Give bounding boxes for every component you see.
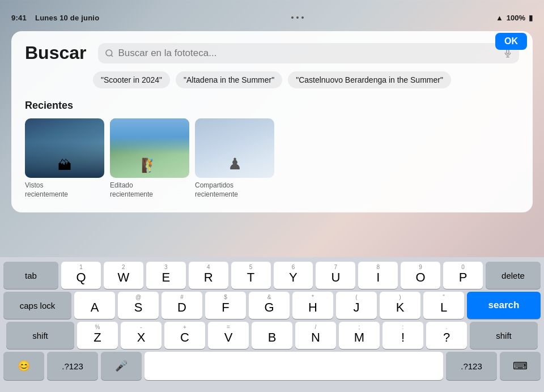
thumbnail-label-1: Editadorecientemente xyxy=(110,181,189,199)
key-u[interactable]: 7 U xyxy=(316,262,355,289)
key-s[interactable]: @ S xyxy=(118,292,159,319)
key-o[interactable]: 9 O xyxy=(401,262,440,289)
thumbnails-row: Vistosrecientemente Editadorecientemente… xyxy=(25,118,519,199)
key-numbers-left[interactable]: .?123 xyxy=(47,352,98,380)
status-time: 9:41 xyxy=(11,14,27,22)
key-r[interactable]: 4 R xyxy=(189,262,228,289)
status-right: ▲ 100% ▮ xyxy=(496,14,533,22)
battery-level: 100% xyxy=(507,14,525,22)
key-y[interactable]: 6 Y xyxy=(274,262,313,289)
key-c[interactable]: + C xyxy=(164,322,205,349)
key-exclaim[interactable]: : ! xyxy=(382,322,423,349)
wifi-icon: ▲ xyxy=(496,14,503,22)
key-numbers-right[interactable]: .?123 xyxy=(446,352,497,380)
key-t[interactable]: 5 T xyxy=(231,262,271,289)
thumbnail-label-0: Vistosrecientemente xyxy=(25,181,104,199)
search-panel: Buscar "Scooter in 2024" "Altadena in th… xyxy=(11,31,533,212)
key-i[interactable]: 8 I xyxy=(358,262,398,289)
key-question[interactable]: . ? xyxy=(426,322,467,349)
svg-point-0 xyxy=(106,50,112,56)
key-delete[interactable]: delete xyxy=(486,262,541,289)
search-bar[interactable] xyxy=(98,43,520,63)
key-shift-right[interactable]: shift xyxy=(470,322,538,349)
thumbnail-item-2[interactable]: Compartidosrecientemente xyxy=(195,118,274,199)
key-k[interactable]: ) K xyxy=(380,292,420,319)
key-f[interactable]: $ F xyxy=(205,292,246,319)
key-m[interactable]: ; M xyxy=(339,322,380,349)
key-search[interactable]: search xyxy=(467,292,541,319)
suggestion-chip-1[interactable]: "Altadena in the Summer" xyxy=(176,71,282,88)
dot-2 xyxy=(296,16,299,19)
key-d[interactable]: # D xyxy=(162,292,202,319)
key-v[interactable]: = V xyxy=(208,322,249,349)
thumbnail-image-1 xyxy=(110,118,189,178)
key-z[interactable]: % Z xyxy=(77,322,118,349)
thumbnail-image-2 xyxy=(195,118,274,178)
thumbnail-image-0 xyxy=(25,118,104,178)
suggestion-chip-0[interactable]: "Scooter in 2024" xyxy=(93,71,170,88)
key-g[interactable]: & G xyxy=(249,292,290,319)
key-l[interactable]: " L xyxy=(423,292,464,319)
key-n[interactable]: / N xyxy=(295,322,336,349)
recientes-label: Recientes xyxy=(25,100,519,112)
key-q[interactable]: 1 Q xyxy=(61,262,101,289)
key-e[interactable]: 3 E xyxy=(146,262,186,289)
search-input[interactable] xyxy=(118,48,499,59)
keyboard: tab 1 Q 2 W 3 E 4 R 5 T 6 Y 7 U 8 xyxy=(0,257,544,392)
status-date: Lunes 10 de junio xyxy=(35,14,99,22)
key-h[interactable]: * H xyxy=(292,292,333,319)
keyboard-row-2: caps lock A @ S # D $ F & G * H ( J ) xyxy=(3,292,541,319)
key-microphone[interactable]: 🎤 xyxy=(101,352,142,380)
thumbnail-item-1[interactable]: Editadorecientemente xyxy=(110,118,189,199)
key-j[interactable]: ( J xyxy=(336,292,377,319)
key-shift-left[interactable]: shift xyxy=(6,322,74,349)
thumbnail-label-2: Compartidosrecientemente xyxy=(195,181,274,199)
key-a[interactable]: A xyxy=(74,292,115,319)
keyboard-row-1: tab 1 Q 2 W 3 E 4 R 5 T 6 Y 7 U 8 xyxy=(3,262,541,289)
status-center-dots xyxy=(291,16,304,19)
suggestion-chip-2[interactable]: "Castelnuovo Berardenga in the Summer" xyxy=(288,71,451,88)
status-bar: 9:41 Lunes 10 de junio ▲ 100% ▮ xyxy=(0,0,544,28)
buscar-title: Buscar xyxy=(25,42,87,63)
battery-icon: ▮ xyxy=(529,14,533,22)
svg-line-1 xyxy=(111,55,113,57)
panel-header: Buscar xyxy=(25,42,519,63)
key-x[interactable]: - X xyxy=(121,322,162,349)
keyboard-row-bottom: 😊 .?123 🎤 .?123 ⌨ xyxy=(3,352,541,380)
ok-button[interactable]: OK xyxy=(495,33,527,50)
key-caps-lock[interactable]: caps lock xyxy=(3,292,71,319)
key-w[interactable]: 2 W xyxy=(104,262,143,289)
dot-1 xyxy=(291,16,294,19)
keyboard-row-3: shift % Z - X + C = V B / N ; M : xyxy=(3,322,541,349)
key-space[interactable] xyxy=(144,352,443,380)
dot-3 xyxy=(301,16,304,19)
status-time-date: 9:41 Lunes 10 de junio xyxy=(11,14,99,22)
search-icon xyxy=(105,49,114,58)
thumbnail-item-0[interactable]: Vistosrecientemente xyxy=(25,118,104,199)
key-p[interactable]: 0 P xyxy=(443,262,483,289)
key-tab[interactable]: tab xyxy=(3,262,58,289)
suggestions-row: "Scooter in 2024" "Altadena in the Summe… xyxy=(25,71,519,88)
key-b[interactable]: B xyxy=(252,322,292,349)
key-emoji[interactable]: 😊 xyxy=(3,352,44,380)
key-keyboard-icon[interactable]: ⌨ xyxy=(500,352,541,380)
